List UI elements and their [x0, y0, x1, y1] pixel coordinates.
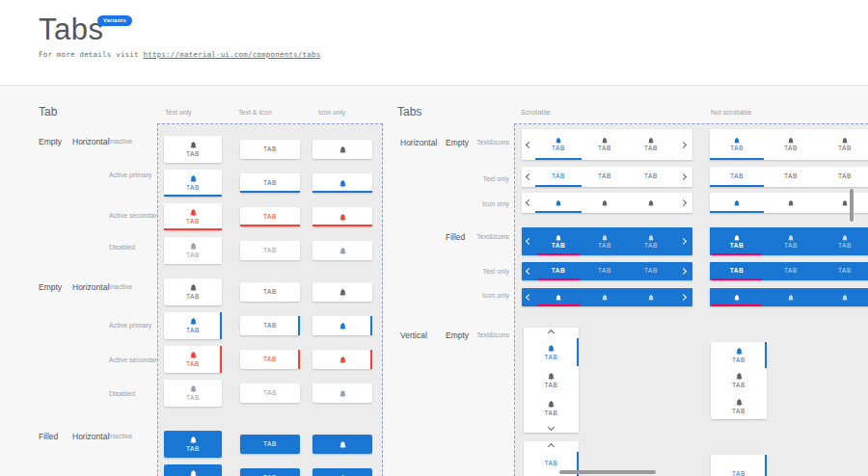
tab[interactable]: TAB — [628, 167, 674, 187]
tab-card[interactable]: TAB — [164, 380, 222, 407]
tab-card[interactable]: TAB — [240, 468, 300, 476]
tab-active[interactable]: TAB — [710, 262, 764, 280]
tab-card[interactable]: TAB — [240, 173, 300, 193]
scroll-left-button[interactable] — [522, 227, 535, 255]
state-label: Active secondary — [109, 212, 160, 219]
tab-card[interactable]: TAB — [240, 241, 300, 260]
docs-link[interactable]: https://material-ui.com/components/tabs — [143, 50, 320, 59]
tab[interactable]: TAB — [582, 262, 628, 280]
tab-card[interactable]: TAB — [240, 383, 300, 403]
scroll-right-button[interactable] — [674, 227, 692, 255]
tab[interactable]: TAB — [582, 129, 628, 160]
tab-active[interactable] — [535, 193, 582, 213]
variants-badge: Variants — [97, 15, 132, 26]
tab-card[interactable] — [312, 435, 372, 454]
tab-card[interactable]: TAB — [240, 435, 300, 454]
tab[interactable] — [582, 193, 628, 213]
tab[interactable]: TAB — [764, 227, 818, 255]
scroll-up-button[interactable] — [524, 328, 579, 338]
scroll-down-button[interactable] — [524, 422, 579, 433]
scroll-right-button[interactable] — [674, 288, 692, 306]
tab-card[interactable]: TAB — [164, 278, 222, 305]
tab-card[interactable] — [312, 468, 372, 476]
tab-active[interactable]: TAB — [535, 167, 582, 187]
tab[interactable]: TAB — [711, 368, 767, 394]
scroll-right-button[interactable] — [674, 129, 692, 160]
tab[interactable]: TAB — [628, 262, 674, 280]
tab-card[interactable] — [312, 140, 372, 159]
tab-card[interactable] — [312, 241, 372, 260]
tab[interactable]: TAB — [764, 129, 818, 160]
tab[interactable]: TAB — [818, 167, 868, 187]
scroll-up-button[interactable] — [524, 441, 579, 452]
tab-active[interactable]: TAB — [535, 262, 582, 280]
tab-card[interactable] — [312, 350, 372, 369]
tab-card[interactable]: TAB — [164, 136, 222, 163]
tab[interactable]: TAB — [628, 227, 674, 255]
tab-active[interactable]: TAB — [535, 227, 582, 255]
tab-card[interactable] — [312, 173, 372, 193]
tab-label: TAB — [732, 471, 746, 476]
vertical-scrollbar[interactable] — [850, 189, 854, 222]
horizontal-scrollbar[interactable] — [559, 470, 656, 474]
tab-active[interactable] — [710, 288, 764, 306]
tab-card[interactable]: TAB — [240, 140, 300, 159]
tab[interactable] — [818, 193, 868, 213]
tab[interactable] — [628, 193, 674, 213]
tab-card[interactable] — [312, 282, 372, 302]
tab-card[interactable]: TAB — [164, 431, 222, 458]
tab-card[interactable]: TAB — [164, 237, 222, 264]
scroll-left-button[interactable] — [522, 193, 535, 213]
tab[interactable]: TAB — [711, 393, 767, 419]
tab-card[interactable] — [312, 383, 372, 403]
tab-card[interactable]: TAB — [240, 350, 300, 369]
tab-active[interactable]: TAB — [524, 338, 579, 366]
tab[interactable] — [764, 193, 818, 213]
tab[interactable]: TAB — [582, 167, 628, 187]
tab-card[interactable]: TAB — [164, 346, 222, 373]
tab[interactable]: TAB — [628, 129, 674, 160]
scroll-left-button[interactable] — [522, 262, 535, 280]
variant-label: Text&icons — [461, 139, 509, 145]
scroll-right-button[interactable] — [674, 262, 692, 280]
tab-card[interactable]: TAB — [164, 203, 222, 230]
page: Tabs Variants For more details visit htt… — [0, 0, 868, 476]
tab-active[interactable]: TAB — [710, 227, 764, 255]
bell-icon — [601, 137, 609, 145]
tab-active[interactable]: TAB — [710, 129, 764, 160]
tab-card[interactable]: TAB — [240, 316, 300, 335]
tab-card[interactable] — [312, 207, 372, 226]
tab-active[interactable]: TAB — [535, 129, 582, 160]
tab-active[interactable] — [535, 288, 582, 306]
tab[interactable]: TAB — [764, 167, 818, 187]
scroll-right-button[interactable] — [674, 193, 692, 213]
tab[interactable] — [628, 288, 674, 306]
scroll-left-button[interactable] — [522, 129, 535, 160]
tab-card[interactable]: TAB — [240, 207, 300, 226]
tab[interactable] — [764, 288, 818, 306]
tab-active[interactable] — [710, 193, 764, 213]
tab[interactable] — [818, 288, 868, 306]
tab[interactable]: TAB — [764, 262, 818, 280]
tab[interactable]: TAB — [818, 262, 868, 280]
tab-active[interactable]: TAB — [711, 455, 767, 476]
tab-card[interactable]: TAB — [240, 282, 300, 302]
tab[interactable]: TAB — [582, 227, 628, 255]
scroll-right-button[interactable] — [674, 167, 692, 187]
tab[interactable] — [582, 288, 628, 306]
bell-icon — [841, 199, 849, 207]
scroll-left-button[interactable] — [522, 288, 535, 306]
tab-card[interactable]: TAB — [164, 312, 222, 339]
tab[interactable]: TAB — [524, 394, 579, 422]
tab-label: TAB — [186, 185, 200, 192]
tab-card[interactable] — [312, 316, 372, 335]
scroll-left-button[interactable] — [522, 167, 535, 187]
tab[interactable]: TAB — [818, 227, 868, 255]
tab[interactable]: TAB — [818, 129, 868, 160]
tab-active[interactable]: TAB — [711, 342, 767, 368]
tab-card[interactable]: TAB — [164, 464, 222, 476]
tab-card[interactable]: TAB — [164, 170, 222, 197]
tab-label: TAB — [263, 146, 277, 153]
tab[interactable]: TAB — [524, 366, 579, 394]
tab-active[interactable]: TAB — [710, 167, 764, 187]
